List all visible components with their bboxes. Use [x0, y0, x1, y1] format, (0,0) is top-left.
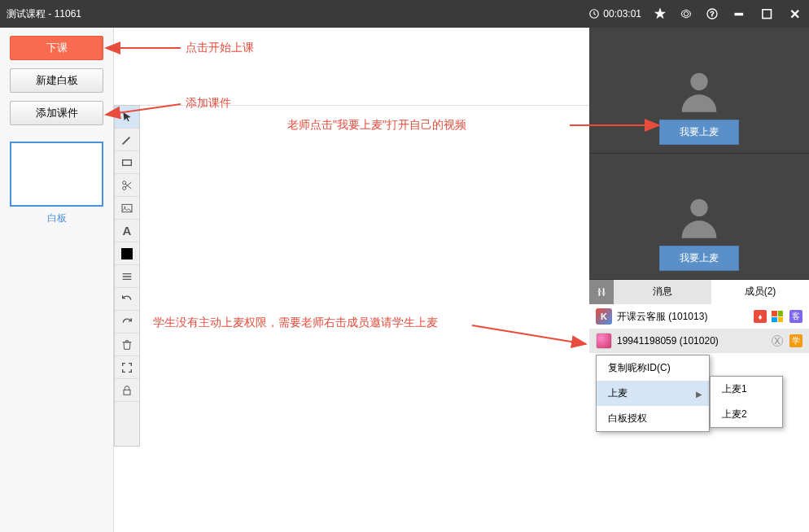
canvas-area: A — [114, 28, 589, 532]
text-tool[interactable]: A — [115, 220, 139, 242]
ctx-whiteboard-auth[interactable]: 白板授权 — [597, 406, 709, 431]
svg-rect-3 — [123, 159, 132, 165]
tab-messages[interactable]: 消息 — [614, 279, 711, 304]
minimize-button[interactable]: ━ — [731, 6, 747, 22]
svg-rect-14 — [602, 292, 606, 294]
context-submenu: 上麦1 上麦2 — [710, 376, 783, 428]
image-tool[interactable] — [115, 197, 139, 220]
audio-settings-button[interactable] — [589, 280, 614, 304]
svg-rect-12 — [603, 288, 605, 295]
mic-button-1[interactable]: 我要上麦 — [659, 120, 739, 145]
whiteboard-canvas[interactable] — [140, 105, 589, 532]
badge-icon: ♦ — [754, 310, 767, 323]
drawing-toolbar: A — [114, 105, 140, 447]
help-icon[interactable]: ? — [705, 7, 719, 21]
menu-tool[interactable] — [115, 265, 139, 288]
avatar-placeholder-icon — [673, 64, 725, 116]
ctx-mic1[interactable]: 上麦1 — [711, 377, 782, 402]
cut-tool[interactable] — [115, 174, 139, 197]
color-tool[interactable] — [115, 242, 139, 265]
chevron-right-icon: ▶ — [696, 389, 702, 398]
badge-icon: 客 — [789, 310, 802, 323]
end-class-button[interactable]: 下课 — [10, 36, 103, 60]
tab-members[interactable]: 成员(2) — [711, 279, 809, 304]
member-avatar-icon — [596, 333, 612, 349]
mic-button-2[interactable]: 我要上麦 — [659, 246, 739, 271]
svg-text:?: ? — [711, 10, 715, 18]
trash-tool[interactable] — [115, 334, 139, 356]
ctx-copy-id[interactable]: 复制昵称ID(C) — [597, 355, 709, 381]
svg-point-10 — [690, 199, 707, 216]
member-avatar-icon: K — [596, 308, 612, 325]
video-slot-2: 我要上麦 — [589, 154, 809, 280]
rectangle-tool[interactable] — [115, 151, 139, 174]
undo-tool[interactable] — [115, 288, 139, 311]
pencil-tool[interactable] — [115, 129, 139, 151]
thumbnail-label: 白板 — [10, 211, 103, 225]
ctx-mic2[interactable]: 上麦2 — [711, 402, 782, 427]
windows-icon — [772, 311, 783, 322]
new-whiteboard-button[interactable]: 新建白板 — [10, 68, 103, 93]
member-row[interactable]: K 开课云客服 (101013) ♦ 客 — [589, 304, 809, 329]
member-list: K 开课云客服 (101013) ♦ 客 19941198059 (101020… — [589, 304, 809, 532]
whiteboard-thumbnail[interactable] — [10, 142, 103, 207]
timer: 00:03:01 — [588, 8, 641, 20]
member-name: 19941198059 (101020) — [617, 335, 767, 347]
pointer-tool[interactable] — [115, 106, 139, 129]
clock-icon — [588, 8, 600, 20]
right-panel: 我要上麦 我要上麦 消息 成员(2) K 开课云客服 (101013) ♦ 客 — [589, 28, 809, 532]
member-name: 开课云客服 (101013) — [617, 310, 747, 324]
video-slot-1: 我要上麦 — [589, 28, 809, 154]
avatar-placeholder-icon — [673, 190, 725, 242]
redo-tool[interactable] — [115, 311, 139, 334]
ctx-on-mic[interactable]: 上麦▶ — [597, 381, 709, 406]
window-title: 测试课程 - 11061 — [7, 7, 588, 21]
gear-icon[interactable] — [679, 7, 693, 21]
close-icon[interactable]: X — [772, 335, 783, 347]
close-button[interactable]: ✕ — [786, 6, 802, 22]
svg-point-9 — [690, 73, 707, 90]
maximize-button[interactable]: ☐ — [759, 6, 775, 22]
svg-rect-8 — [124, 390, 130, 395]
titlebar: 测试课程 - 11061 00:03:01 ? ━ ☐ ✕ — [0, 0, 809, 28]
star-icon[interactable] — [653, 7, 667, 21]
member-row[interactable]: 19941198059 (101020) X 学 — [589, 329, 809, 353]
chat-panel: 消息 成员(2) K 开课云客服 (101013) ♦ 客 1994119805… — [589, 280, 809, 532]
svg-rect-13 — [597, 290, 601, 292]
badge-icon: 学 — [789, 334, 802, 347]
lock-tool[interactable] — [115, 379, 139, 402]
add-courseware-button[interactable]: 添加课件 — [10, 101, 103, 125]
context-menu: 复制昵称ID(C) 上麦▶ 白板授权 — [596, 355, 710, 432]
left-sidebar: 下课 新建白板 添加课件 白板 — [0, 28, 114, 532]
fullscreen-tool[interactable] — [115, 356, 139, 379]
